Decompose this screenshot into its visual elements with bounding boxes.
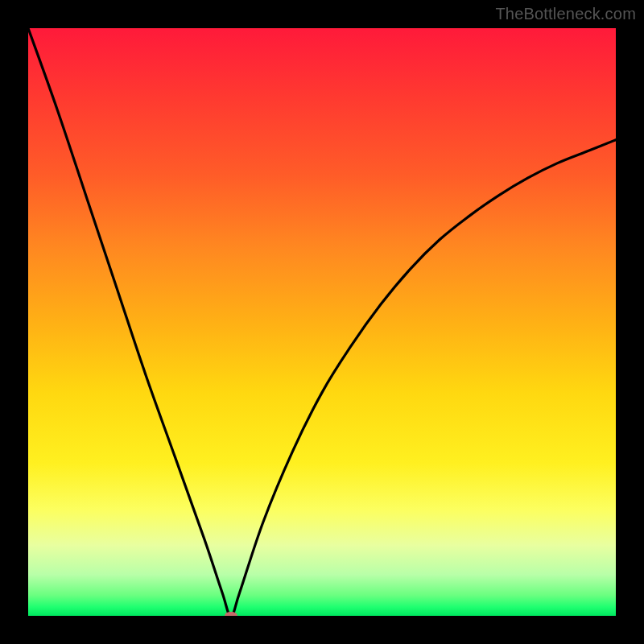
watermark-text: TheBottleneck.com bbox=[495, 5, 636, 23]
plot-area bbox=[28, 28, 616, 616]
gradient-background bbox=[28, 28, 616, 616]
chart-frame: TheBottleneck.com bbox=[0, 0, 644, 644]
minimum-marker bbox=[225, 612, 237, 617]
